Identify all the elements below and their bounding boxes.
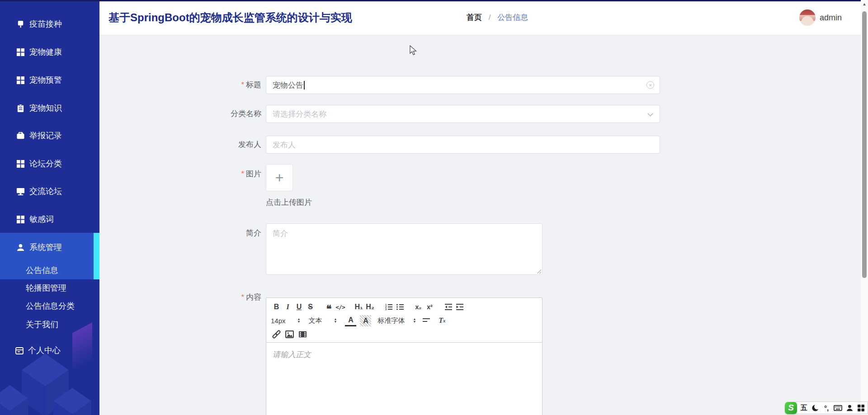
keyboard-icon[interactable] bbox=[834, 403, 842, 413]
video-icon[interactable] bbox=[297, 329, 308, 340]
text-color-button[interactable]: A bbox=[345, 315, 356, 326]
blockquote-button[interactable]: ❝ bbox=[323, 302, 335, 313]
image-label: *图片 bbox=[193, 170, 261, 179]
sidebar-item-label: 个人中心 bbox=[28, 345, 61, 356]
picker-arrows-icon: ▲▼ bbox=[297, 318, 301, 323]
sidebar-item-label: 宠物知识 bbox=[29, 103, 62, 113]
background-color-button[interactable]: A bbox=[360, 315, 371, 326]
sidebar-item-report-record[interactable]: 举报记录 bbox=[0, 127, 99, 145]
publisher-label: 发布人 bbox=[193, 140, 261, 149]
sidebar-subitem-about-us[interactable]: 关于我们 bbox=[0, 316, 94, 334]
breadcrumb-current: 公告信息 bbox=[497, 13, 528, 22]
sidebar-item-label: 宠物预警 bbox=[29, 75, 62, 85]
image-upload-button[interactable]: + bbox=[266, 164, 293, 191]
sidebar-subitem-announcement-category[interactable]: 公告信息分类 bbox=[0, 297, 94, 315]
scrollbar-up-arrow[interactable]: ▲ bbox=[861, 2, 868, 6]
code-block-button[interactable]: </> bbox=[335, 302, 346, 313]
sidebar-item-pet-health[interactable]: 宠物健康 bbox=[0, 43, 99, 61]
decor-cube bbox=[0, 385, 28, 415]
sidebar-item-forum[interactable]: 交流论坛 bbox=[0, 182, 99, 200]
moon-icon[interactable] bbox=[811, 403, 819, 413]
underline-button[interactable]: U bbox=[293, 302, 305, 313]
sidebar-group-system-management: 系统管理 公告信息 bbox=[0, 233, 99, 279]
align-icon[interactable] bbox=[420, 315, 432, 326]
grid-icon bbox=[16, 76, 25, 85]
bullet-list-icon[interactable] bbox=[394, 302, 406, 313]
editor-toolbar: B I U S ❝ </> H₁ H₂ 123 x₂ bbox=[266, 298, 542, 343]
bold-button[interactable]: B bbox=[271, 302, 282, 313]
sidebar-item-sensitive-words[interactable]: 敏感词 bbox=[0, 210, 99, 228]
font-family-picker[interactable]: 标准字体 ▲▼ bbox=[377, 316, 416, 325]
title-input[interactable]: 宠物公告 ✕ bbox=[266, 76, 660, 94]
sidebar-item-label: 疫苗接种 bbox=[29, 19, 62, 29]
ime-mode-wubi[interactable]: 五 bbox=[800, 403, 808, 413]
clean-format-button[interactable]: Tx bbox=[436, 315, 448, 326]
scrollbar-thumb[interactable] bbox=[862, 11, 867, 278]
username: admin bbox=[820, 13, 842, 23]
sidebar-item-label: 系统管理 bbox=[29, 242, 62, 253]
italic-button[interactable]: I bbox=[282, 302, 293, 313]
sidebar-item-label: 交流论坛 bbox=[29, 186, 62, 197]
header1-button[interactable]: H₁ bbox=[353, 302, 364, 313]
sidebar-item-label: 敏感词 bbox=[29, 214, 54, 225]
sogou-logo-icon[interactable]: S bbox=[785, 402, 797, 414]
ordered-list-icon[interactable]: 123 bbox=[383, 302, 394, 313]
picker-arrows-icon: ▲▼ bbox=[334, 318, 337, 323]
sidebar-item-vaccine[interactable]: 疫苗接种 bbox=[0, 15, 99, 33]
header-picker[interactable]: 文本 ▲▼ bbox=[308, 316, 337, 325]
superscript-button[interactable]: x² bbox=[424, 302, 435, 313]
ime-punctuation[interactable]: °, bbox=[822, 403, 830, 413]
required-mark: * bbox=[241, 170, 244, 178]
sidebar-item-label: 论坛分类 bbox=[29, 158, 62, 169]
sidebar-item-label: 宠物健康 bbox=[29, 47, 62, 57]
sidebar-subitem-carousel-management[interactable]: 轮播图管理 bbox=[0, 279, 94, 297]
sidebar-item-pet-knowledge[interactable]: 宠物知识 bbox=[0, 99, 99, 117]
category-select[interactable]: 请选择分类名称 bbox=[266, 105, 660, 123]
outdent-icon[interactable] bbox=[443, 302, 454, 313]
publisher-placeholder: 发布人 bbox=[273, 140, 296, 150]
window-icon bbox=[15, 346, 24, 355]
chevron-down-icon bbox=[647, 111, 653, 117]
briefcase-icon bbox=[16, 132, 25, 140]
indent-icon[interactable] bbox=[454, 302, 465, 313]
breadcrumb-home[interactable]: 首页 bbox=[467, 13, 482, 22]
decor-cube bbox=[53, 388, 91, 415]
grid-icon bbox=[16, 215, 25, 224]
text-cursor bbox=[304, 81, 305, 90]
monitor-icon bbox=[16, 187, 25, 196]
window-top-edge bbox=[0, 0, 861, 1]
image-icon[interactable] bbox=[284, 329, 295, 340]
subscript-button[interactable]: x₂ bbox=[413, 302, 424, 313]
sidebar-item-pet-warning[interactable]: 宠物预警 bbox=[0, 71, 99, 89]
avatar bbox=[799, 9, 816, 26]
scrollbar[interactable]: ▲ bbox=[861, 0, 868, 415]
clipboard-icon bbox=[16, 104, 25, 113]
title-input-value: 宠物公告 bbox=[273, 80, 303, 90]
announcement-form: *标题 宠物公告 ✕ 分类名称 请选择分类名称 发布人 发布人 *图片 + 点击… bbox=[99, 35, 861, 415]
page-title: 基于SpringBoot的宠物成长监管系统的设计与实现 bbox=[108, 0, 352, 35]
toolbox-icon[interactable] bbox=[857, 403, 865, 413]
link-icon[interactable] bbox=[271, 329, 282, 340]
sidebar-item-forum-category[interactable]: 论坛分类 bbox=[0, 155, 99, 173]
header2-button[interactable]: H₂ bbox=[364, 302, 376, 313]
category-placeholder: 请选择分类名称 bbox=[273, 109, 326, 119]
resize-handle[interactable] bbox=[536, 269, 541, 274]
person-icon[interactable] bbox=[845, 403, 854, 413]
editor-content-area[interactable]: 请输入正文 bbox=[266, 343, 542, 415]
sidebar-subitem-announcement-info[interactable]: 公告信息 bbox=[0, 261, 94, 279]
required-mark: * bbox=[241, 293, 244, 302]
content-label: *内容 bbox=[193, 293, 261, 302]
strike-button[interactable]: S bbox=[305, 302, 316, 313]
breadcrumb-separator: / bbox=[489, 13, 491, 22]
sidebar-item-label: 举报记录 bbox=[29, 130, 62, 141]
sidebar-item-personal-center[interactable]: 个人中心 bbox=[0, 341, 99, 359]
clear-icon[interactable]: ✕ bbox=[646, 81, 654, 89]
intro-textarea[interactable]: 简介 bbox=[266, 223, 542, 275]
header: 基于SpringBoot的宠物成长监管系统的设计与实现 首页 / 公告信息 ad… bbox=[99, 0, 861, 35]
category-label: 分类名称 bbox=[193, 109, 261, 118]
sidebar-item-system-management[interactable]: 系统管理 bbox=[0, 238, 99, 256]
picker-arrows-icon: ▲▼ bbox=[413, 318, 416, 323]
font-size-picker[interactable]: 14px ▲▼ bbox=[271, 317, 300, 325]
user-menu[interactable]: admin bbox=[799, 9, 842, 26]
publisher-input[interactable]: 发布人 bbox=[266, 136, 660, 154]
